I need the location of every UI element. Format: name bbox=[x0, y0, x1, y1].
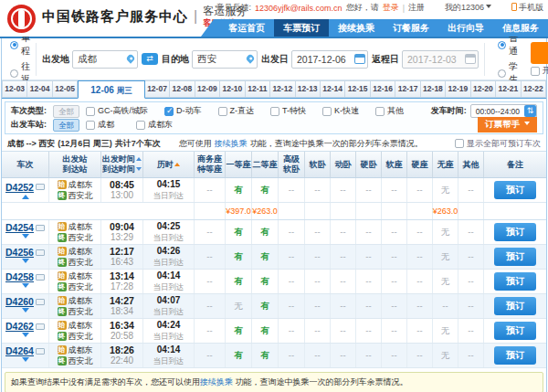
expand-icon[interactable] bbox=[22, 333, 29, 341]
column-header[interactable]: 硬卧 bbox=[356, 152, 382, 177]
train-type-checkbox[interactable]: T-特快 bbox=[270, 105, 306, 117]
collapse-icon[interactable] bbox=[22, 191, 29, 199]
date-tab[interactable]: 12-21 bbox=[496, 80, 521, 98]
column-header[interactable]: 商务座特等座 bbox=[195, 152, 226, 177]
station-cell: 始成都东终西安北 bbox=[49, 294, 101, 318]
station-checkbox[interactable]: 成都 bbox=[86, 119, 114, 131]
column-header[interactable]: 一等座 bbox=[226, 152, 252, 177]
transfer-link[interactable]: 接续换乘 bbox=[200, 377, 233, 387]
date-tab[interactable]: 12-14 bbox=[321, 80, 345, 98]
auto-query-checkbox[interactable]: 开启自动查询 bbox=[531, 66, 548, 77]
booking-helper-button[interactable]: 订票帮手 bbox=[478, 117, 537, 132]
book-button[interactable]: 预订 bbox=[494, 322, 536, 340]
station-checks: 成都成都东 bbox=[86, 119, 173, 131]
date-tab[interactable]: 12-10 bbox=[220, 80, 245, 98]
nav-tab[interactable]: 客运首页 bbox=[219, 19, 274, 37]
train-number-link[interactable]: D4256 bbox=[5, 247, 34, 258]
book-button[interactable]: 预订 bbox=[494, 248, 536, 266]
column-header[interactable]: 软座 bbox=[382, 152, 407, 177]
expand-icon[interactable] bbox=[22, 234, 29, 242]
train-type-all-button[interactable]: 全部 bbox=[53, 105, 79, 118]
login-link[interactable]: 登录 bbox=[383, 2, 399, 14]
nav-tab[interactable]: 车票预订 bbox=[274, 19, 329, 37]
sort-down-icon[interactable] bbox=[136, 167, 142, 174]
nav-tab[interactable]: 接续换乘 bbox=[329, 19, 384, 37]
date-tab[interactable]: 12-12 bbox=[270, 80, 295, 98]
depart-time-select[interactable]: 00:00--24:00⇅ bbox=[470, 104, 537, 118]
column-header[interactable]: 无座 bbox=[433, 152, 458, 177]
expand-icon[interactable] bbox=[22, 308, 29, 316]
mobile-version-link[interactable]: 手机版 bbox=[511, 2, 543, 14]
book-button[interactable]: 预订 bbox=[494, 297, 536, 315]
sort-up-icon[interactable] bbox=[136, 154, 142, 161]
column-header[interactable]: 其他 bbox=[458, 152, 484, 177]
date-tab-date: 12-04 bbox=[30, 84, 50, 93]
book-button[interactable]: 预订 bbox=[494, 346, 536, 365]
column-header[interactable]: 二等座 bbox=[252, 152, 279, 177]
date-tab[interactable]: 12-13 bbox=[296, 80, 321, 98]
column-header[interactable]: 备注 bbox=[484, 152, 546, 177]
expand-icon[interactable] bbox=[22, 259, 29, 267]
date-tab[interactable]: 12-11 bbox=[246, 80, 270, 98]
date-tab[interactable]: 12-15 bbox=[345, 80, 370, 98]
date-tab[interactable]: 12-09 bbox=[195, 80, 220, 98]
book-button[interactable]: 预订 bbox=[494, 223, 536, 241]
column-header[interactable]: 动卧 bbox=[331, 152, 356, 177]
train-type-checkbox[interactable]: Z-直达 bbox=[218, 105, 255, 117]
nav-tab[interactable]: 信息服务 bbox=[493, 19, 548, 37]
train-number-link[interactable]: D4252 bbox=[5, 182, 34, 193]
date-tab[interactable]: 12-06周三 bbox=[78, 80, 144, 99]
train-number-link[interactable]: D4262 bbox=[5, 321, 34, 332]
transfer-link[interactable]: 接续换乘 bbox=[215, 138, 248, 150]
calendar-icon[interactable] bbox=[354, 54, 365, 64]
route-date: (12月6日 周三) bbox=[58, 138, 112, 150]
date-tab[interactable]: 12-03 bbox=[2, 80, 27, 98]
nav-tab[interactable]: 出行向导 bbox=[438, 19, 493, 37]
column-header[interactable]: 软卧 bbox=[305, 152, 331, 177]
train-type-label: Z-直达 bbox=[230, 105, 255, 117]
column-header[interactable]: 车次 bbox=[2, 152, 49, 177]
train-number-link[interactable]: D4264 bbox=[5, 345, 34, 356]
train-number-link[interactable]: D4258 bbox=[5, 271, 34, 282]
train-number-link[interactable]: D4254 bbox=[5, 222, 34, 233]
column-header[interactable]: 硬座 bbox=[407, 152, 433, 177]
book-button[interactable]: 预订 bbox=[494, 181, 536, 199]
date-tab[interactable]: 12-22 bbox=[522, 80, 546, 98]
register-link[interactable]: 注册 bbox=[408, 2, 425, 14]
train-type-checkbox[interactable]: GC-高铁/城际 bbox=[86, 105, 148, 117]
depart-time: 13:14 bbox=[110, 270, 134, 281]
date-tab[interactable]: 12-18 bbox=[421, 80, 446, 98]
date-tab[interactable]: 12-17 bbox=[395, 80, 420, 98]
column-header[interactable]: 高级软卧 bbox=[279, 152, 305, 177]
swap-stations-icon[interactable]: ⇄ bbox=[142, 53, 158, 65]
column-header[interactable]: 出发时间到达时间 bbox=[101, 152, 143, 177]
column-header[interactable]: 出发站到达站 bbox=[49, 152, 101, 177]
date-tab[interactable]: 12-16 bbox=[371, 80, 395, 98]
book-button[interactable]: 预订 bbox=[494, 272, 536, 291]
train-number-link[interactable]: D4260 bbox=[5, 296, 34, 307]
train-type-checkbox[interactable]: K-快速 bbox=[322, 105, 359, 117]
title-divider: | bbox=[194, 3, 197, 30]
query-button[interactable]: 查询 bbox=[531, 42, 548, 64]
station-label: 成都东 bbox=[148, 119, 173, 131]
date-tab[interactable]: 12-05 bbox=[53, 80, 78, 98]
seat-availability: -- bbox=[458, 245, 484, 269]
show-all-checkbox[interactable]: 显示全部可预订车次 bbox=[455, 138, 541, 150]
date-tab[interactable]: 12-19 bbox=[446, 80, 470, 98]
train-type-checkbox[interactable]: 其他 bbox=[375, 105, 404, 117]
station-checkbox[interactable]: 成都东 bbox=[136, 119, 173, 131]
column-header[interactable]: 历时 bbox=[143, 152, 195, 177]
date-tab[interactable]: 12-20 bbox=[471, 80, 496, 98]
date-tab[interactable]: 12-08 bbox=[170, 80, 195, 98]
date-tab[interactable]: 12-07 bbox=[145, 80, 170, 98]
expand-icon[interactable] bbox=[22, 357, 29, 366]
date-tab[interactable]: 12-04 bbox=[27, 80, 52, 98]
sort-up-icon[interactable] bbox=[174, 160, 180, 166]
expand-icon[interactable] bbox=[22, 283, 29, 291]
nav-tab[interactable]: 订餐服务 bbox=[384, 19, 438, 37]
train-type-checkbox[interactable]: D-动车 bbox=[164, 105, 202, 117]
feedback-email-link[interactable]: 12306yjfk@rails.com.cn bbox=[255, 4, 342, 13]
station-all-button[interactable]: 全部 bbox=[53, 119, 79, 132]
time-cell: 09:0413:29 bbox=[101, 220, 143, 244]
my12306-menu[interactable]: 我的12306 bbox=[445, 2, 491, 14]
